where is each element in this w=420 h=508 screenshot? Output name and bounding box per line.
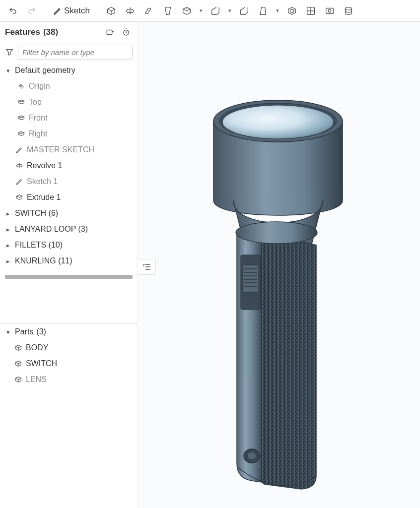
filter-button[interactable] — [5, 48, 14, 57]
chevron-down-icon: ▾ — [228, 7, 231, 14]
feature-row[interactable]: Origin — [0, 78, 138, 94]
feature-row[interactable]: ▾Default geometry — [0, 63, 138, 78]
parts-title: Parts — [15, 327, 33, 336]
parts-header[interactable]: ▾ Parts (3) — [0, 324, 138, 340]
shell-tool-button[interactable] — [283, 2, 301, 20]
add-feature-button[interactable] — [104, 26, 117, 39]
chamfer-tool-button[interactable] — [235, 2, 253, 20]
chevron-right-icon: ▸ — [4, 257, 12, 265]
feature-label: SWITCH (6) — [15, 209, 58, 218]
pattern-tool-button[interactable] — [340, 2, 357, 20]
parts-count: (3) — [36, 327, 46, 336]
draft-icon — [258, 5, 269, 16]
toolbar-separator — [45, 4, 45, 17]
svg-point-26 — [247, 452, 256, 460]
svg-rect-5 — [107, 30, 112, 35]
feature-row[interactable]: Revolve 1 — [0, 158, 138, 174]
svg-point-16 — [236, 222, 317, 244]
svg-point-3 — [328, 9, 331, 12]
redo-button[interactable] — [23, 2, 41, 20]
feature-row[interactable]: ▸KNURLING (11) — [0, 253, 138, 269]
main-area: Features (38) ▾Default geometryOriginTop… — [0, 22, 420, 508]
loft-tool-button[interactable] — [159, 2, 177, 20]
funnel-icon — [5, 48, 14, 57]
rib-tool-button[interactable] — [302, 2, 320, 20]
part-label: SWITCH — [26, 359, 57, 368]
panel-collapse-button[interactable] — [138, 259, 156, 275]
sketch-label: Sketch — [64, 6, 90, 16]
feature-label: Default geometry — [15, 66, 75, 75]
chevron-right-icon: ▸ — [4, 242, 12, 249]
feature-label: FILLETS (10) — [15, 241, 63, 250]
feature-label: KNURLING (11) — [15, 256, 72, 265]
part-label: BODY — [26, 343, 48, 352]
sketch-icon — [15, 178, 24, 186]
parts-section: ▾ Parts (3) BODYSWITCHLENS — [0, 323, 138, 508]
toolbar-separator — [98, 4, 98, 17]
feature-label: LANYARD LOOP (3) — [15, 225, 88, 234]
part-label: LENS — [26, 375, 47, 384]
undo-button[interactable] — [4, 2, 22, 20]
feature-label: Front — [29, 114, 47, 123]
sketch-button[interactable]: Sketch — [49, 2, 94, 20]
draft-tool-button[interactable] — [254, 2, 272, 20]
feature-label: Top — [29, 98, 42, 107]
thicken-tool-button[interactable] — [178, 2, 196, 20]
feature-row[interactable]: ▸FILLETS (10) — [0, 237, 138, 253]
main-toolbar: Sketch ▾ ▾ ▾ — [0, 0, 420, 22]
plane-icon — [17, 130, 26, 138]
feature-label: Revolve 1 — [27, 161, 62, 170]
plane-icon — [17, 98, 26, 106]
chevron-down-icon: ▾ — [200, 7, 203, 14]
chamfer-icon — [239, 5, 250, 16]
feature-tree: ▾Default geometryOriginTopFrontRightMAST… — [0, 63, 138, 273]
origin-icon — [17, 82, 26, 90]
hole-tool-button[interactable] — [321, 2, 339, 20]
feature-row[interactable]: Front — [0, 110, 138, 126]
feature-label: Sketch 1 — [27, 177, 58, 186]
fillet-tool-button[interactable] — [207, 2, 224, 20]
part-row[interactable]: SWITCH — [0, 356, 138, 372]
svg-rect-2 — [326, 8, 334, 13]
revolve-tool-button[interactable] — [121, 2, 139, 20]
stopwatch-icon — [122, 28, 131, 37]
3d-viewport[interactable] — [138, 22, 420, 508]
part-icon — [14, 344, 23, 352]
feature-row[interactable]: ▸LANYARD LOOP (3) — [0, 221, 138, 237]
loft-icon — [162, 5, 173, 16]
part-icon — [14, 376, 23, 383]
folder-plus-icon — [106, 28, 115, 37]
draft-dropdown[interactable]: ▾ — [273, 2, 282, 20]
extrude-tool-button[interactable] — [102, 2, 120, 20]
hole-icon — [324, 5, 335, 16]
filter-row — [0, 43, 138, 63]
features-count: (38) — [43, 27, 58, 37]
revolve-icon — [125, 5, 136, 16]
chevron-right-icon: ▸ — [4, 210, 12, 217]
feature-row[interactable]: Right — [0, 126, 138, 142]
flashlight-model — [138, 22, 420, 508]
feature-label: MASTER SKETCH — [27, 145, 94, 154]
sweep-tool-button[interactable] — [140, 2, 158, 20]
filter-input[interactable] — [18, 45, 133, 60]
feature-row[interactable]: Sketch 1 — [0, 174, 138, 190]
feature-row[interactable]: MASTER SKETCH — [0, 142, 138, 158]
feature-row[interactable]: ▸SWITCH (6) — [0, 205, 138, 221]
feature-row[interactable]: Top — [0, 94, 138, 110]
svg-point-7 — [20, 85, 22, 87]
rollback-bar[interactable] — [5, 275, 133, 279]
fillet-icon — [210, 5, 221, 16]
features-title: Features — [5, 27, 40, 37]
part-row[interactable]: BODY — [0, 340, 138, 356]
revolve-icon — [15, 162, 24, 170]
part-row[interactable]: LENS — [0, 372, 138, 387]
thicken-dropdown[interactable]: ▾ — [197, 2, 206, 20]
rollback-button[interactable] — [120, 26, 133, 39]
chevron-right-icon: ▸ — [4, 226, 12, 233]
fillet-dropdown[interactable]: ▾ — [225, 2, 234, 20]
sweep-icon — [143, 5, 154, 16]
chevron-down-icon: ▾ — [4, 328, 12, 336]
feature-row[interactable]: Extrude 1 — [0, 190, 138, 205]
list-icon — [142, 262, 152, 272]
pencil-icon — [53, 6, 62, 15]
